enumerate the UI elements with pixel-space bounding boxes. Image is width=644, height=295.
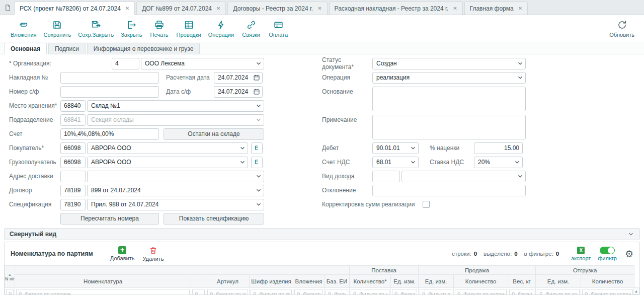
links-button[interactable]: Связки [237, 19, 265, 39]
tab-close-icon[interactable]: ✕ [453, 6, 457, 11]
stock-balance-button[interactable]: Остатки на складе [164, 128, 264, 140]
window-tab-main-form[interactable]: Главная форма✕ [464, 2, 528, 15]
column-filter-input[interactable] [303, 291, 321, 295]
table-scrollbar[interactable]: ▲ [633, 287, 639, 295]
filter-cell[interactable] [420, 289, 452, 295]
income-type-select[interactable] [401, 171, 526, 182]
filter-cell[interactable] [251, 289, 292, 295]
column-filter-input[interactable] [591, 291, 631, 295]
scroll-up-icon[interactable]: ▲ [633, 288, 639, 294]
organization-code-input[interactable] [112, 58, 139, 69]
tab-close-icon[interactable]: ✕ [125, 6, 129, 11]
column-filter-input[interactable] [545, 291, 578, 295]
contract-code-input[interactable] [60, 185, 86, 196]
attachments-button[interactable]: Вложения [7, 19, 40, 39]
gear-icon[interactable]: ⚙ [625, 248, 633, 260]
tab-signatures[interactable]: Подписи [48, 43, 86, 54]
invoice-number-input[interactable] [60, 72, 159, 84]
column-filter-input[interactable] [25, 291, 188, 295]
window-tab-invoice-registry[interactable]: Расходная накладная - Реестр за 2024 г.✕ [329, 2, 463, 15]
postings-button[interactable]: Проводки [173, 19, 205, 39]
storage-code-input[interactable] [60, 100, 86, 112]
sf-date-input[interactable]: 24.07.2024 [214, 86, 263, 98]
specification-select[interactable]: Прил. 988 от 24.07.2024 [87, 199, 264, 210]
consignee-hierarchy-button[interactable] [251, 157, 263, 168]
column-filter-input[interactable] [216, 291, 246, 295]
tab-close-icon[interactable]: ✕ [216, 6, 220, 11]
tab-main[interactable]: Основная [4, 43, 47, 54]
window-tab-dog[interactable]: ДОГ №899 от 24.07.2024✕ [136, 2, 226, 15]
filter-toggle[interactable]: фильтр [598, 247, 617, 261]
account-input[interactable] [60, 128, 159, 140]
filter-cell[interactable] [392, 289, 417, 295]
column-header-unit-shipment[interactable]: Ед. изм. [536, 275, 581, 288]
delivery-address-select[interactable] [87, 171, 264, 182]
row-number-header[interactable]: ▲N п/п [5, 266, 15, 288]
division-code-input[interactable] [60, 114, 86, 126]
organization-select[interactable]: ООО Лексема [141, 58, 264, 69]
tab-close-icon[interactable]: ✕ [317, 6, 321, 11]
filter-cell[interactable] [326, 289, 348, 295]
column-header-weight[interactable]: Вес, кг [508, 275, 536, 288]
close-button[interactable]: Закрыть [117, 19, 145, 39]
filter-cell[interactable] [537, 289, 580, 295]
filter-cell[interactable] [6, 289, 14, 295]
print-button[interactable]: Печать [146, 19, 173, 39]
column-header-attachments[interactable]: Вложения [293, 275, 325, 288]
add-row-button[interactable]: + Добавить [110, 246, 135, 261]
deviation-input[interactable] [372, 185, 526, 196]
contract-select[interactable]: 899 от 24.07.2024 [87, 185, 264, 196]
correction-checkbox[interactable] [423, 201, 430, 208]
export-button[interactable]: X экспорт [571, 247, 591, 261]
operations-button[interactable]: Операции [205, 19, 237, 39]
basis-textarea[interactable] [372, 87, 526, 111]
filter-cell[interactable] [351, 289, 389, 295]
filter-cell[interactable] [455, 289, 507, 295]
filter-cell[interactable] [16, 289, 190, 295]
delivery-address-code-input[interactable] [60, 171, 86, 182]
filter-cell[interactable] [582, 289, 633, 295]
storage-select[interactable]: Склад №1 [87, 100, 264, 112]
column-filter-input[interactable] [518, 291, 532, 295]
debit-select[interactable]: 90.01.01 [372, 142, 419, 154]
column-header-quantity-supply[interactable]: Количество* [350, 275, 391, 288]
specification-code-input[interactable] [60, 199, 86, 210]
buyer-select[interactable]: АВРОРА ООО [87, 142, 248, 154]
window-tab-contracts[interactable]: Договоры - Реестр за 2024 г.✕ [227, 2, 327, 15]
column-filter-input[interactable] [334, 291, 346, 295]
consignee-select[interactable]: АВРОРА ООО [87, 157, 248, 168]
column-header-unit-sale[interactable]: Ед. изм. [419, 275, 454, 288]
column-header-base-unit[interactable]: Баз. ЕИ [325, 275, 350, 288]
collapsed-view-bar[interactable]: Свернутый вид [4, 228, 640, 240]
column-header-unit-supply[interactable]: Ед. изм. [391, 275, 419, 288]
column-header-lookup[interactable] [191, 275, 206, 288]
show-specification-button[interactable]: Показать спецификацию [164, 213, 264, 225]
column-filter-input[interactable] [463, 291, 505, 295]
column-filter-input[interactable] [428, 291, 450, 295]
filter-cell[interactable] [509, 289, 534, 295]
refresh-button[interactable]: Обновить [606, 19, 638, 39]
filter-cell[interactable] [294, 289, 323, 295]
markup-input[interactable] [474, 142, 523, 154]
delete-row-button[interactable]: Удалить [142, 246, 164, 262]
vat-account-select[interactable]: 68.01 [372, 157, 419, 168]
column-header-nomenclature[interactable]: Номенклатура [15, 275, 191, 288]
vat-rate-select[interactable]: 20% [474, 157, 523, 168]
filter-cell[interactable] [207, 289, 248, 295]
buyer-code-input[interactable] [60, 142, 86, 154]
payment-button[interactable]: Оплата [265, 19, 292, 39]
operation-select[interactable]: реализация [372, 72, 526, 84]
status-select[interactable]: Создан [372, 58, 526, 69]
sf-number-input[interactable] [60, 86, 159, 98]
column-header-product-code[interactable]: Шифр изделия [250, 275, 293, 288]
column-filter-input[interactable] [259, 291, 290, 295]
buyer-hierarchy-button[interactable] [251, 142, 263, 154]
note-textarea[interactable] [372, 115, 526, 139]
save-button[interactable]: Сохранить [40, 19, 75, 39]
column-filter-input[interactable] [359, 291, 387, 295]
window-tab-rsx[interactable]: РСХ (проект №78206) от 24.07.2024✕ [14, 2, 135, 15]
tab-carrier-cargo-info[interactable]: Информация о перевозчике и грузе [87, 43, 200, 54]
tab-close-icon[interactable]: ✕ [518, 6, 522, 11]
filter-cell[interactable] [192, 289, 205, 295]
income-type-code-input[interactable] [372, 171, 400, 182]
